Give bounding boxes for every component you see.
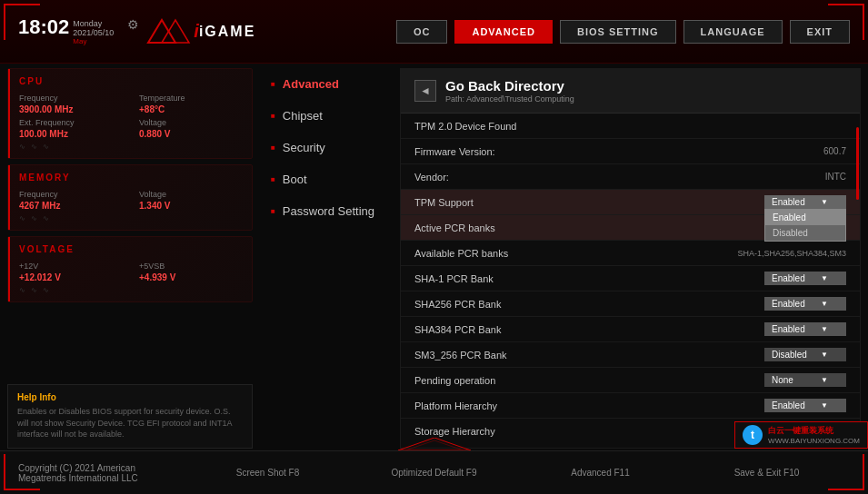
svg-marker-1 [162,20,189,43]
table-row-platform: Platform Hierarchy Enabled ▼ [401,393,860,419]
triangle-decoration [398,438,471,450]
sm3-value: Disabled [772,350,807,360]
setting-label: Firmware Version: [414,146,737,157]
voltage-dots: ∿ ∿ ∿ [19,286,241,294]
cpu-freq-col: Frequency 3900.00 MHz [19,94,121,114]
svg-marker-0 [148,20,175,43]
sidebar-item-advanced[interactable]: Advanced [264,68,391,100]
nav-bios-setting-button[interactable]: BIOS SETTING [560,20,676,44]
sha384-arrow-icon: ▼ [821,325,828,333]
help-text: Enables or Disables BIOS support for sec… [17,406,243,440]
sha1-arrow-icon: ▼ [821,274,828,282]
table-row: TPM 2.0 Device Found [401,114,860,139]
sha1-value: Enabled [772,273,805,283]
platform-dropdown-wrap[interactable]: Enabled ▼ [764,399,846,412]
sha1-dropdown-wrap[interactable]: Enabled ▼ [764,272,846,285]
cpu-temp-label: Temperature [139,94,241,103]
nav-oc-button[interactable]: OC [396,20,448,44]
v12-value: +12.012 V [19,272,121,282]
month-display: May [73,37,114,45]
twitter-icon: t [743,425,763,445]
cpu-title: CPU [19,76,241,86]
gear-icon: ⚙ [127,17,139,32]
dropdown-option-enabled[interactable]: Enabled [765,210,845,225]
content-title-block: Go Back Directory Path: Advanced\Trusted… [445,78,574,104]
setting-label-platform: Platform Hierarchy [414,400,764,411]
platform-dropdown[interactable]: Enabled ▼ [764,399,846,412]
footer-advanced: Advanced F11 [517,468,683,478]
corner-decoration-bl [4,454,40,490]
nav-language-button[interactable]: LANGUAGE [683,20,783,44]
cpu-freq-value: 3900.00 MHz [19,104,121,114]
tpm-support-dropdown-wrap[interactable]: Enabled ▼ Enabled Disabled [764,195,846,209]
voltage-row: +12V +12.012 V +5VSB +4.939 V [19,262,241,282]
memory-freq-label: Frequency [19,190,121,199]
v12-label: +12V [19,262,121,271]
memory-title: MEMORY [19,173,241,183]
setting-label-sm3: SM3_256 PCR Bank [414,350,764,361]
cpu-row-2: Ext. Frequency 100.00 MHz Voltage 0.880 … [19,118,241,139]
table-row-sha256: SHA256 PCR Bank Enabled ▼ [401,291,860,317]
v5vsb-col: +5VSB +4.939 V [139,262,241,282]
main-content: ◄ Go Back Directory Path: Advanced\Trust… [400,68,861,449]
v12-col: +12V +12.012 V [19,262,121,282]
cpu-ext-freq-value: 100.00 MHz [19,129,121,139]
logo: i iGAME [144,15,255,47]
brand-url: WWW.BAIYUNXIONG.COM [768,437,860,445]
help-section: Help Info Enables or Disables BIOS suppo… [7,384,253,449]
tpm-support-dropdown-open: Enabled Disabled [764,209,846,242]
v5vsb-label: +5VSB [139,262,241,271]
platform-arrow-icon: ▼ [821,401,828,410]
cpu-temp-value: +88°C [139,104,241,114]
table-row: Vendor: INTC [401,164,860,190]
cpu-row-1: Frequency 3900.00 MHz Temperature +88°C [19,94,241,114]
sha256-dropdown[interactable]: Enabled ▼ [764,297,846,311]
sidebar-item-password-setting[interactable]: Password Setting [264,195,391,227]
v5vsb-value: +4.939 V [139,272,241,282]
sm3-dropdown-wrap[interactable]: Disabled ▼ [764,348,846,361]
sha384-dropdown-wrap[interactable]: Enabled ▼ [764,322,846,336]
setting-label-sha256: SHA256 PCR Bank [414,299,764,310]
settings-list: TPM 2.0 Device Found Firmware Version: 6… [401,114,860,441]
setting-label-sha384: SHA384 PCR Bank [414,324,764,335]
top-nav-buttons: OC ADVANCED BIOS SETTING LANGUAGE EXIT [396,20,850,44]
tpm-support-dropdown[interactable]: Enabled ▼ [764,195,846,209]
pending-dropdown[interactable]: None ▼ [764,373,846,387]
date-display: 2021/05/10 [73,28,114,37]
nav-advanced-button[interactable]: ADVANCED [454,20,553,44]
pending-value: None [772,375,793,385]
content-title: Go Back Directory [445,78,574,94]
table-row-pending: Pending operation None ▼ [401,368,860,393]
table-row-tpm-support: TPM Support Enabled ▼ Enabled Disabled [401,190,860,215]
sm3-dropdown[interactable]: Disabled ▼ [764,348,846,361]
setting-value: INTC [737,172,846,182]
sidebar-nav: Advanced Chipset Security Boot Password … [264,68,391,449]
corner-decoration-tl [4,4,40,40]
memory-voltage-value: 1.340 V [139,201,241,211]
back-button[interactable]: ◄ [414,80,436,102]
corner-decoration-tr [828,4,864,40]
dropdown-option-disabled[interactable]: Disabled [765,225,845,241]
dropdown-arrow-icon: ▼ [821,198,828,206]
cpu-voltage-value: 0.880 V [139,129,241,139]
cpu-voltage-label: Voltage [139,118,241,127]
sidebar-item-boot[interactable]: Boot [264,163,391,195]
pending-arrow-icon: ▼ [821,376,828,384]
table-row-sha384: SHA384 PCR Bank Enabled ▼ [401,317,860,342]
sha1-dropdown[interactable]: Enabled ▼ [764,272,846,285]
sidebar-item-security[interactable]: Security [264,132,391,163]
footer: Copyright (C) 2021 American Megatrends I… [0,450,868,494]
setting-label-storage: Storage Hierarchy [414,426,764,437]
content-path: Path: Advanced\Trusted Computing [445,94,574,104]
day-display: Monday [73,19,114,28]
sha384-dropdown[interactable]: Enabled ▼ [764,322,846,336]
memory-voltage-label: Voltage [139,190,241,199]
cpu-ext-freq-label: Ext. Frequency [19,118,121,127]
sha256-dropdown-wrap[interactable]: Enabled ▼ [764,297,846,311]
cpu-dots: ∿ ∿ ∿ [19,143,241,151]
table-row-available-pcr: Available PCR banks SHA-1,SHA256,SHA384,… [401,241,860,266]
sidebar-item-chipset[interactable]: Chipset [264,100,391,132]
scrollbar-thumb[interactable] [856,127,859,200]
pending-dropdown-wrap[interactable]: None ▼ [764,373,846,387]
table-row: Firmware Version: 600.7 [401,139,860,164]
